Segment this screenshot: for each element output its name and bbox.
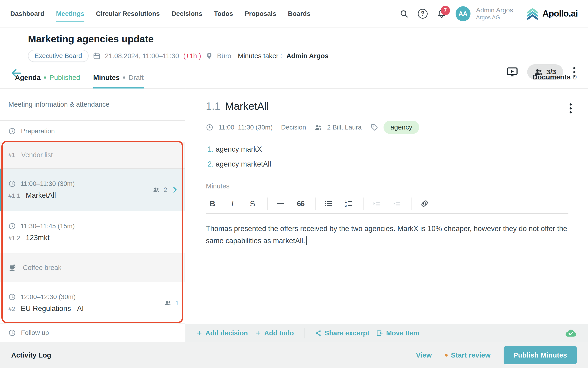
nav-item-meetings[interactable]: Meetings (56, 5, 84, 22)
start-review-button[interactable]: Start review (445, 351, 491, 359)
text-caret (306, 236, 307, 245)
user-block[interactable]: Admin Argos Argos AG (476, 6, 513, 21)
people-icon (153, 186, 160, 193)
review-status-dot (445, 354, 448, 357)
strikethrough-icon[interactable]: S (246, 197, 259, 210)
meeting-info-label: Meeting information & attendance (8, 101, 110, 108)
horizontal-rule-icon[interactable] (274, 197, 287, 210)
item-time: 12:00–12:30 (30m) (20, 293, 76, 301)
view-button[interactable]: View (416, 351, 432, 359)
nav-items: Dashboard Meetings Circular Resolutions … (10, 5, 311, 22)
tab-minutes[interactable]: Minutes Draft (93, 74, 144, 88)
minutes-text: Thomas presented the offers received by … (206, 225, 567, 245)
move-item-icon (376, 330, 383, 337)
svg-text:2: 2 (345, 204, 347, 208)
sidebar-item-meeting-info[interactable]: Meeting information & attendance (0, 89, 185, 121)
item-attendee-count: 1 (175, 299, 179, 307)
agenda-sidebar: Meeting information & attendance Prepara… (0, 89, 185, 342)
page-title: Marketing agencies update (28, 34, 577, 45)
clock-icon (8, 329, 16, 337)
share-excerpt-button[interactable]: Share excerpt (315, 329, 369, 337)
italic-icon[interactable]: I (226, 197, 239, 210)
nav-item-dashboard[interactable]: Dashboard (10, 5, 44, 22)
numbered-list-icon[interactable]: 12 (342, 197, 355, 210)
sidebar-item-eu-regulations[interactable]: 12:00–12:30 (30m) #2 EU Regulations - AI… (0, 282, 185, 324)
sidebar-item-vendor-list[interactable]: #1 Vendor list (0, 142, 185, 169)
item-time: 11:30–11:45 (15m) (20, 222, 75, 230)
link-icon[interactable] (418, 197, 431, 210)
item-number: #1.1 (8, 192, 20, 199)
meeting-datetime: 21.08.2024, 11:00–11:30 (105, 52, 179, 60)
help-icon[interactable]: ? (418, 9, 427, 19)
avatar[interactable]: AA (455, 6, 471, 21)
tab-agenda[interactable]: Agenda Published (15, 74, 80, 88)
add-decision-button[interactable]: Add decision (196, 329, 248, 337)
board-badge[interactable]: Executive Board (28, 50, 89, 62)
minutes-taker-name: Admin Argos (286, 52, 329, 60)
meeting-location: Büro (217, 52, 231, 60)
agenda-item-title[interactable]: MarketAll (225, 100, 269, 112)
minutes-panel: 1.1 MarketAll 11:00–11:30 (30m) Decision… (185, 89, 588, 342)
bold-icon[interactable]: B (206, 197, 219, 210)
sidebar-item-follow-up[interactable]: Follow up (0, 324, 185, 342)
move-item-button[interactable]: Move Item (376, 329, 419, 337)
documents-toggle[interactable]: Documents 0 (532, 73, 577, 81)
minutes-editor[interactable]: Thomas presented the offers received by … (206, 223, 569, 247)
svg-text:1: 1 (345, 200, 347, 203)
item-attendee-count: 2 (163, 186, 167, 193)
plus-icon (196, 330, 203, 336)
blockquote-icon[interactable]: 66 (294, 197, 307, 210)
tag-icon (370, 123, 378, 131)
sidebar-item-123mkt[interactable]: 11:30–11:45 (15m) #1.2 123mkt (0, 211, 185, 253)
apollo-logo-icon (525, 7, 540, 20)
documents-label: Documents (532, 73, 570, 81)
editor-divider (206, 213, 569, 214)
rich-text-toolbar: B I S 66 12 (206, 197, 569, 210)
bottom-bar: Activity Log View Start review Publish M… (0, 342, 588, 368)
meeting-header: Marketing agencies update Executive Boar… (0, 28, 588, 89)
meeting-overtime: (+1h ) (183, 52, 201, 60)
clock-icon (8, 222, 16, 230)
item-number: #1 (8, 151, 15, 159)
nav-item-todos[interactable]: Todos (214, 5, 233, 22)
nav-item-decisions[interactable]: Decisions (171, 5, 202, 22)
location-pin-icon (205, 52, 213, 60)
tab-agenda-label: Agenda (15, 74, 41, 82)
agenda-status-text: Published (49, 74, 80, 82)
sidebar-item-coffee-break[interactable]: Coffee break (0, 253, 185, 282)
sidebar-item-preparation[interactable]: Preparation (0, 121, 185, 142)
item-time: 11:00–11:30 (30m) (218, 124, 273, 131)
minutes-status-text: Draft (128, 74, 144, 82)
clock-icon (8, 127, 16, 135)
bullet-list-icon[interactable] (322, 197, 335, 210)
chevron-right-icon[interactable] (171, 186, 179, 194)
brand-name: Apollo.ai (542, 9, 578, 19)
sidebar-item-marketall[interactable]: 11:00–11:30 (30m) #1.1 MarketAll 2 (0, 169, 185, 211)
activity-log-button[interactable]: Activity Log (11, 351, 51, 359)
nav-item-circular-resolutions[interactable]: Circular Resolutions (96, 5, 160, 22)
nav-item-proposals[interactable]: Proposals (245, 5, 276, 22)
search-icon[interactable] (400, 9, 408, 18)
minutes-section-label: Minutes (206, 182, 569, 190)
publish-minutes-button[interactable]: Publish Minutes (504, 346, 577, 364)
clock-icon (8, 180, 16, 187)
item-type: Decision (281, 124, 306, 131)
list-item: agency marketAll (216, 160, 569, 168)
documents-count: 0 (573, 73, 577, 81)
nav-item-boards[interactable]: Boards (288, 5, 310, 22)
present-mode-icon[interactable] (506, 66, 518, 78)
saved-cloud-check-icon (564, 327, 577, 340)
tag-agency[interactable]: agency (384, 121, 419, 134)
user-name: Admin Argos (476, 6, 513, 14)
item-title: EU Regulations - AI (21, 304, 84, 313)
calendar-icon (93, 52, 101, 60)
item-more-menu-icon[interactable] (568, 102, 573, 115)
top-nav: Dashboard Meetings Circular Resolutions … (0, 0, 588, 28)
notifications-bell-icon[interactable]: 7 (437, 9, 446, 18)
minutes-taker-label: Minutes taker : (238, 52, 282, 60)
add-todo-button[interactable]: Add todo (255, 329, 294, 337)
clock-icon (206, 124, 213, 131)
outdent-icon (390, 197, 403, 210)
tab-minutes-label: Minutes (93, 74, 120, 82)
item-title: MarketAll (26, 191, 56, 200)
